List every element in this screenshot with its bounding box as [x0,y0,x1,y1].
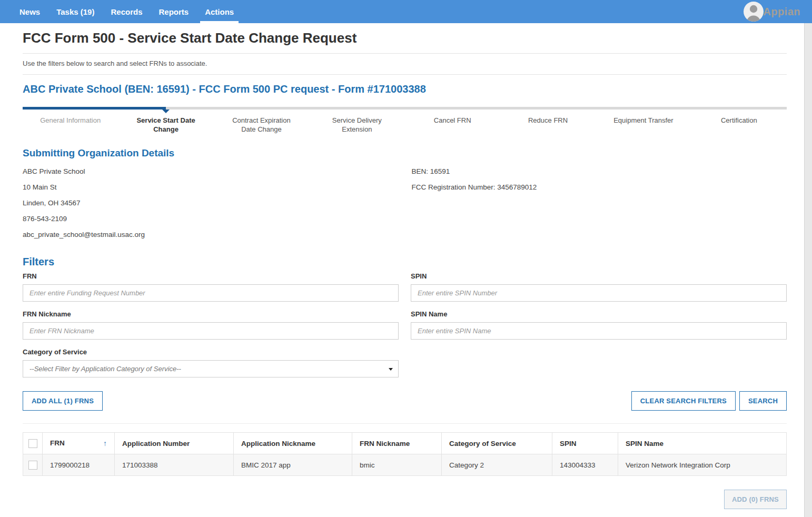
step-service-start-date-change[interactable]: Service Start Date Change [118,116,213,134]
nav-item-news[interactable]: News [15,0,45,23]
wizard-step-labels: General Information Service Start Date C… [23,116,787,134]
add-all-frns-button[interactable]: ADD ALL (1) FRNS [23,391,103,411]
frn-nickname-field: FRN Nickname [23,307,399,340]
column-header-category-of-service[interactable]: Category of Service [442,433,552,454]
cell-application-number: 171003388 [115,454,234,476]
submitting-organization-heading: Submitting Organization Details [23,147,787,159]
step-contract-expiration-date-change[interactable]: Contract Expiration Date Change [214,116,309,134]
organization-city-state-zip: Linden, OH 34567 [23,195,398,211]
row-select-cell [23,454,43,476]
cell-application-nickname: BMIC 2017 app [234,454,352,476]
nav-item-tasks[interactable]: Tasks (19) [52,0,99,23]
frn-field: FRN [23,269,399,302]
column-header-frn-label: FRN [50,439,65,447]
spin-name-label: SPIN Name [411,310,787,318]
organization-fcc-registration-number: FCC Registration Number: 3456789012 [412,179,787,195]
appian-logo: Appian [763,0,800,23]
table-header-row: FRN ↑ Application Number Application Nic… [23,433,787,454]
category-of-service-field: Category of Service --Select Filter by A… [23,345,399,377]
organization-address: 10 Main St [23,179,398,195]
nav-item-actions[interactable]: Actions [200,0,239,23]
add-frns-row: ADD (0) FRNS [23,490,787,509]
wizard-progress: General Information Service Start Date C… [23,107,787,134]
organization-name: ABC Private School [23,163,398,179]
step-equipment-transfer[interactable]: Equipment Transfer [596,116,691,134]
column-header-frn-nickname[interactable]: FRN Nickname [352,433,442,454]
cell-frn: 1799000218 [43,454,115,476]
table-row: 1799000218 171003388 BMIC 2017 app bmic … [23,454,787,476]
vertical-scrollbar[interactable] [804,23,812,517]
column-header-spin-name[interactable]: SPIN Name [618,433,787,454]
organization-details-right-column: BEN: 16591 FCC Registration Number: 3456… [412,163,787,242]
select-all-header-cell [23,433,43,454]
column-header-application-nickname[interactable]: Application Nickname [234,433,352,454]
wizard-progress-bar [23,107,787,110]
frn-label: FRN [23,272,399,280]
cell-category-of-service: Category 2 [442,454,552,476]
page-title: FCC Form 500 - Service Start Date Change… [23,23,787,54]
column-header-application-number[interactable]: Application Number [115,433,234,454]
step-reduce-frn[interactable]: Reduce FRN [500,116,596,134]
step-general-information[interactable]: General Information [23,116,118,134]
user-avatar[interactable] [744,2,764,22]
cell-spin-name: Verizon Network Integration Corp [618,454,787,476]
person-icon [744,2,764,22]
organization-email: abc_private_school@testmail.usac.org [23,226,398,242]
sort-ascending-icon: ↑ [103,439,107,448]
clear-search-filters-button[interactable]: CLEAR SEARCH FILTERS [631,391,736,411]
select-all-checkbox[interactable] [28,439,37,448]
spin-input[interactable] [411,284,787,302]
category-of-service-label: Category of Service [23,348,399,356]
main-content: FCC Form 500 - Service Start Date Change… [23,23,787,517]
step-service-delivery-extension[interactable]: Service Delivery Extension [309,116,404,134]
page-subtitle: Use the filters below to search and sele… [23,54,787,75]
cell-spin: 143004333 [552,454,618,476]
organization-details: ABC Private School 10 Main St Linden, OH… [23,163,787,242]
nav-item-reports[interactable]: Reports [154,0,193,23]
organization-ben: BEN: 16591 [412,163,787,179]
search-button[interactable]: SEARCH [739,391,787,411]
organization-details-left-column: ABC Private School 10 Main St Linden, OH… [23,163,398,242]
spin-field: SPIN [411,269,787,302]
spin-name-field: SPIN Name [411,307,787,340]
filter-actions-row: ADD ALL (1) FRNS CLEAR SEARCH FILTERS SE… [23,391,787,411]
filters-heading: Filters [23,256,787,268]
column-header-frn[interactable]: FRN ↑ [43,433,115,454]
step-cancel-frn[interactable]: Cancel FRN [405,116,500,134]
chevron-down-icon [389,368,393,371]
search-buttons-group: CLEAR SEARCH FILTERS SEARCH [631,391,787,411]
row-checkbox[interactable] [28,461,37,470]
frn-input[interactable] [23,284,399,302]
wizard-progress-fill [23,107,166,110]
frn-nickname-label: FRN Nickname [23,310,399,318]
top-navigation-bar: News Tasks (19) Records Reports Actions … [0,0,812,23]
current-step-arrow-icon [162,110,170,113]
category-of-service-select[interactable]: --Select Filter by Application Category … [23,360,399,377]
frn-nickname-input[interactable] [23,322,399,340]
organization-phone: 876-543-2109 [23,211,398,226]
filters-form: FRN SPIN FRN Nickname SPIN Name Category… [23,269,787,383]
spin-label: SPIN [411,272,787,280]
category-of-service-selected-value: --Select Filter by Application Category … [29,365,181,373]
cell-frn-nickname: bmic [352,454,442,476]
form-heading: ABC Private School (BEN: 16591) - FCC Fo… [23,83,787,95]
table-separator [23,423,787,424]
nav-item-records[interactable]: Records [106,0,147,23]
column-header-spin[interactable]: SPIN [552,433,618,454]
add-frns-button[interactable]: ADD (0) FRNS [724,490,787,509]
spin-name-input[interactable] [411,322,787,340]
step-certification[interactable]: Certification [691,116,787,134]
frn-results-table: FRN ↑ Application Number Application Nic… [23,432,787,476]
